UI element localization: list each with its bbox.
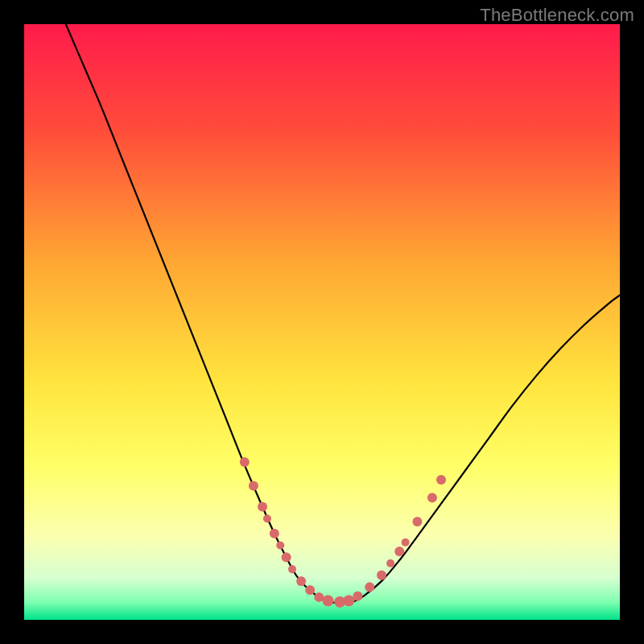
data-marker xyxy=(305,585,315,595)
data-marker xyxy=(270,529,279,539)
data-marker xyxy=(402,539,410,547)
data-marker xyxy=(296,576,306,586)
data-marker xyxy=(436,475,446,485)
data-marker xyxy=(365,582,374,592)
gradient-background xyxy=(24,24,620,620)
data-marker xyxy=(343,595,354,606)
data-marker xyxy=(288,565,296,573)
data-marker xyxy=(412,517,422,526)
data-marker xyxy=(240,457,250,467)
data-marker xyxy=(394,547,404,556)
data-marker xyxy=(276,542,284,550)
plot-area xyxy=(24,24,620,620)
data-marker xyxy=(353,591,362,601)
data-marker xyxy=(249,481,258,491)
data-marker xyxy=(322,595,333,606)
data-marker xyxy=(377,571,386,580)
data-marker xyxy=(427,493,437,502)
data-marker xyxy=(282,552,291,562)
bottleneck-chart xyxy=(24,24,620,620)
data-marker xyxy=(263,514,271,522)
chart-frame: TheBottleneck.com xyxy=(0,0,644,644)
data-marker xyxy=(386,559,394,568)
watermark-text: TheBottleneck.com xyxy=(480,5,634,26)
data-marker xyxy=(258,502,267,511)
